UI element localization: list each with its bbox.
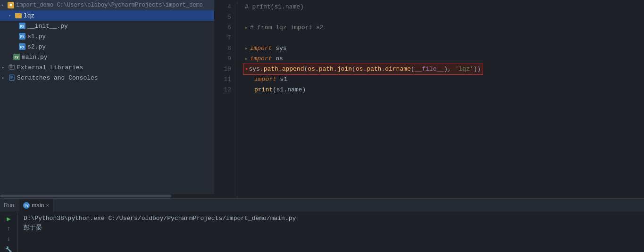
sidebar-item-s1-py[interactable]: py s1.py	[0, 31, 214, 41]
console-line-2: 彭于晏	[24, 223, 638, 233]
bottom-panel: Run: py main × ▶ ↑ ↓ 🔧 ≡ D:\Python38\pyt…	[0, 198, 644, 252]
s1-py-label: s1.py	[27, 33, 46, 40]
bottom-tabs: Run: py main ×	[0, 199, 644, 212]
scroll-up-button[interactable]: ↑	[4, 224, 14, 234]
ext-libs-icon	[8, 64, 15, 71]
code-line-6: ▸# from lqz import s2	[245, 23, 644, 33]
sidebar-item-main-py[interactable]: py main.py	[0, 52, 214, 62]
s2-py-label: s2.py	[27, 43, 46, 50]
sidebar-scrollbar[interactable]	[0, 194, 214, 198]
run-tab-close-btn[interactable]: ×	[46, 203, 49, 208]
scratches-icon	[8, 74, 15, 81]
run-controls: ▶ ↑ ↓ 🔧 ≡	[0, 212, 18, 252]
init-py-label: __init__.py	[27, 23, 68, 30]
fold-icon-6: ▸	[245, 23, 248, 33]
sidebar-item-s2-py[interactable]: py s2.py	[0, 41, 214, 52]
console-output: D:\Python38\python.exe C:/Users/oldboy/P…	[18, 212, 644, 252]
run-tab-py-icon: py	[23, 202, 30, 209]
code-line-11: import s1	[245, 74, 644, 85]
scratches-label: Scratches and Consoles	[17, 74, 98, 81]
main-py-icon: py	[13, 54, 20, 60]
code-line-4: # print(s1.name)	[245, 2, 644, 12]
s1-py-icon: py	[19, 33, 25, 40]
sidebar-item-scratches[interactable]: ▸ Scratches and Consoles	[0, 73, 214, 83]
lqz-label: lqz	[24, 12, 34, 19]
run-tab-label: main	[32, 202, 44, 209]
lqz-arrow-icon: ▾	[8, 13, 14, 18]
main-py-label: main.py	[22, 54, 48, 61]
sidebar-item-init-py[interactable]: py __init__.py	[0, 21, 214, 31]
highlighted-code-block: ●sys.path.append(os.path.join(os.path.di…	[243, 64, 483, 75]
project-name-label: import_demo C:\Users\oldboy\PycharmProje…	[16, 2, 203, 8]
code-area: 4 5 6 7 8 9 10 11 12 # print(s1.name) ▸	[215, 0, 644, 198]
code-line-10: ●sys.path.append(os.path.join(os.path.di…	[245, 64, 644, 74]
code-content[interactable]: # print(s1.name) ▸# from lqz import s2 ▸…	[237, 2, 644, 198]
sidebar-item-lqz[interactable]: ▾ lqz	[0, 10, 214, 21]
code-line-9: ▸import os	[245, 54, 644, 64]
project-arrow-icon: ▾	[1, 3, 7, 8]
s2-py-icon: py	[19, 43, 25, 50]
run-label: Run:	[4, 202, 16, 209]
svg-rect-4	[9, 75, 14, 81]
lqz-folder-icon	[15, 13, 22, 18]
play-button[interactable]: ▶	[4, 214, 14, 223]
bottom-toolbar: ▶ ↑ ↓ 🔧 ≡ D:\Python38\python.exe C:/User…	[0, 212, 644, 252]
code-line-8: ▸import sys	[245, 43, 644, 54]
ext-libs-arrow-icon: ▸	[2, 65, 8, 70]
sidebar-item-project[interactable]: ▾ ■ import_demo C:\Users\oldboy\PycharmP…	[0, 0, 214, 10]
sidebar: ▾ ■ import_demo C:\Users\oldboy\PycharmP…	[0, 0, 215, 198]
settings-button[interactable]: 🔧	[4, 245, 14, 252]
line-numbers: 4 5 6 7 8 9 10 11 12	[215, 2, 237, 198]
console-line-1: D:\Python38\python.exe C:/Users/oldboy/P…	[24, 214, 638, 223]
init-py-icon: py	[19, 23, 25, 29]
project-folder-icon: ■	[8, 2, 14, 8]
scratches-arrow-icon: ▸	[2, 75, 8, 81]
code-line-7	[245, 33, 644, 43]
ext-libs-label: External Libraries	[17, 64, 83, 71]
scroll-down-button[interactable]: ↓	[4, 235, 14, 244]
sidebar-item-external-libs[interactable]: ▸ External Libraries	[0, 62, 214, 73]
fold-icon-8: ▸	[245, 43, 248, 54]
code-line-12: print(s1.name)	[245, 85, 644, 95]
code-line-5	[245, 12, 644, 23]
scrollbar-thumb	[0, 195, 171, 197]
run-tab-main[interactable]: py main ×	[19, 199, 53, 212]
fold-icon-9: ▸	[245, 54, 248, 64]
main-layout: ▾ ■ import_demo C:\Users\oldboy\PycharmP…	[0, 0, 644, 198]
debug-icon: ●	[245, 64, 248, 74]
code-editor: 4 5 6 7 8 9 10 11 12 # print(s1.name) ▸	[215, 0, 644, 198]
